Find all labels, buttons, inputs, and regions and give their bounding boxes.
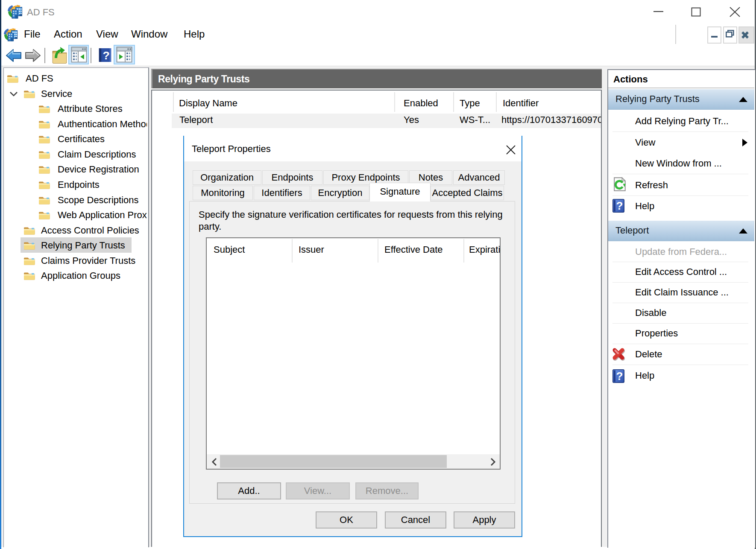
svg-text:?: ? xyxy=(103,49,110,62)
